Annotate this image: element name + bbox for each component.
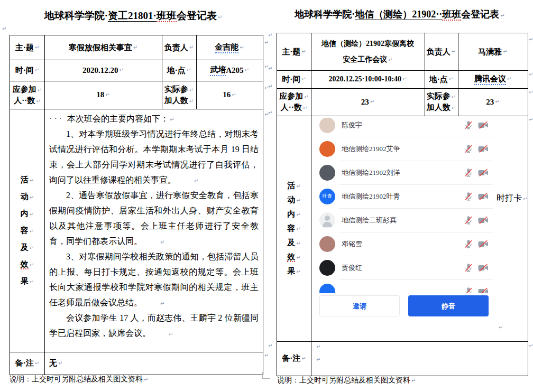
left-form-title: 地球科学学院·资工21801·班班会登记表 xyxy=(0,9,266,23)
actual-label-line2: 加人数 xyxy=(164,96,188,105)
paragraph-mark-icon xyxy=(268,66,272,71)
leader-value: 马满雅 xyxy=(478,47,502,57)
activity-label-char: 及 xyxy=(287,238,295,247)
paragraph-mark-icon xyxy=(370,99,374,105)
activity-label-char: 及 xyxy=(21,243,29,251)
place-value-cell: 腾讯会议 xyxy=(458,70,528,88)
remark-label: 备·注 xyxy=(15,358,34,368)
activity-label-char: 果 xyxy=(21,277,29,285)
expected-label-cell: 应参加 人··数 xyxy=(10,81,44,109)
avatar xyxy=(319,141,335,157)
paragraph-mark-icon xyxy=(452,106,456,111)
activity-label-char: 效 xyxy=(21,260,29,269)
paragraph-mark-icon xyxy=(30,263,34,268)
page-right-form: 地球科学学院·地信（测绘）21902··班班会登记表 主·题 地信（测绘）219… xyxy=(266,0,533,392)
subject-value-line2: 安全工作会议 xyxy=(343,55,387,63)
paragraph-mark-icon xyxy=(30,246,34,251)
left-footer-note: 说明：上交时可另附总结及相关图文资料 xyxy=(10,375,148,384)
paragraph-mark-icon xyxy=(30,212,34,217)
paragraph-mark-icon xyxy=(189,45,194,50)
end-of-row-mark-icon xyxy=(529,90,533,95)
participant-row-partial xyxy=(315,279,495,293)
paragraph-mark-icon xyxy=(38,88,42,93)
paragraph-mark-icon xyxy=(144,377,148,382)
leader-label: 负责人 xyxy=(427,47,451,57)
mic-muted-icon xyxy=(464,239,473,249)
subject-value-cell: 地信（测绘）21902寒假离校 安全工作会议 xyxy=(311,33,425,70)
meeting-screenshot-image[interactable]: 陈俊宇 地信测绘21902艾争 地信测绘21902刘洋 xyxy=(315,118,495,334)
empty-paragraphs xyxy=(316,344,320,362)
avatar xyxy=(319,236,335,252)
paragraph-mark-icon xyxy=(143,301,164,306)
place-label: 地·点 xyxy=(429,74,448,85)
mute-button[interactable]: 静音 xyxy=(408,295,489,316)
paragraph-mark-icon xyxy=(296,227,300,232)
expected-label-line1: 应参加 xyxy=(13,85,36,94)
paragraph-mark-icon xyxy=(268,84,272,89)
participant-row: 地信测绘二班彭真 xyxy=(315,208,495,232)
title-text: 地球科学学院· xyxy=(295,9,355,20)
participant-row: 陈俊宇 xyxy=(315,118,495,137)
participant-name: 地信测绘二班彭真 xyxy=(342,212,464,228)
participant-row: 叶青 地信测绘21902叶青 xyxy=(315,184,495,208)
activity-label-char: 动 xyxy=(287,195,295,204)
camera-off-icon xyxy=(477,263,489,273)
camera-off-icon xyxy=(477,144,489,154)
avatar xyxy=(319,118,335,133)
remark-value: 无 xyxy=(49,358,57,368)
place-value-part2: A205 xyxy=(226,66,243,75)
content-paragraph: ···本次班会的主要内容如下： xyxy=(49,111,259,126)
leader-value-cell: 金吉能 xyxy=(196,35,263,60)
subject-label-cell: 主·题 xyxy=(10,35,44,60)
end-of-row-mark-icon xyxy=(529,72,533,77)
time-value-cell: 2020.12.25·10:00-10:40 xyxy=(311,70,425,88)
leader-label-cell: 负责人 xyxy=(162,35,196,60)
participant-name: 贾俊红 xyxy=(342,260,464,275)
content-paragraph: 3、对寒假期间学校相关政策的通知，包括滞留人员的上报、每日打卡规定、按通知返校的… xyxy=(49,249,259,310)
paragraph-mark-icon xyxy=(452,49,456,54)
paragraph-mark-icon xyxy=(523,197,527,202)
activity-content-cell: ···本次班会的主要内容如下： 1、对本学期班级学习情况进行年终总结，对期末考试… xyxy=(44,109,263,352)
word-document-two-page-view: 地球科学学院·资工21801·班班会登记表 主·题 寒假放假相关事宜 负责人 金… xyxy=(0,0,533,392)
camera-off-icon xyxy=(477,239,489,249)
avatar-initials: 叶青 xyxy=(323,189,332,204)
paragraph-mark-icon xyxy=(402,77,407,82)
actual-value-cell: 23 xyxy=(458,88,528,116)
remark-label: 备·注 xyxy=(282,353,300,363)
activity-label-cell: 活 动 内 容 及 效 果 xyxy=(10,109,44,352)
activity-label-char: 活 xyxy=(287,181,295,190)
activity-label-char: 活 xyxy=(21,175,29,184)
paragraph-mark-icon xyxy=(388,58,392,63)
paragraph-mark-icon xyxy=(189,99,194,104)
place-value-cell: 武培A205 xyxy=(196,60,263,81)
participant-name: 地信测绘21902刘洋 xyxy=(342,165,464,180)
expected-label-cell: 应参加 人··数 xyxy=(277,88,311,116)
actual-label-line1: 实际参 xyxy=(164,85,188,94)
expected-label-line1: 应参加 xyxy=(279,92,303,100)
actual-label-cell: 实际参 加人数 xyxy=(162,81,196,109)
expected-value-cell: 18 xyxy=(44,81,162,109)
paragraph-mark-icon xyxy=(35,361,39,366)
expected-value: 18 xyxy=(96,90,104,99)
paragraph-mark-icon xyxy=(449,77,453,82)
mic-muted-icon xyxy=(464,120,473,130)
actual-value-cell: 16 xyxy=(196,81,263,109)
time-label: 时·间 xyxy=(282,74,300,85)
participant-row: 地信测绘21902艾争 xyxy=(315,137,495,161)
expected-label-line2: 人··数 xyxy=(14,96,35,105)
title-suffix: 会登记表 xyxy=(177,10,217,21)
paragraph-mark-icon xyxy=(316,344,320,350)
actual-value: 16 xyxy=(223,90,231,99)
subject-label: 主·题 xyxy=(282,47,300,57)
expected-value: 23 xyxy=(361,98,369,107)
paragraph-mark-icon xyxy=(120,68,124,73)
time-value-cell: 2020.12.20 xyxy=(44,60,162,81)
mic-muted-icon xyxy=(464,144,473,154)
actual-label-line1: 实际参 xyxy=(427,92,451,100)
title-text: 地球科学学院· xyxy=(44,10,108,21)
invite-button[interactable]: 邀请 xyxy=(319,295,400,316)
paragraph-mark-icon xyxy=(189,88,194,93)
participant-name: 邓铭雪 xyxy=(342,236,464,251)
paragraph-mark-icon xyxy=(187,68,191,73)
subject-label-cell: 主·题 xyxy=(277,33,311,70)
